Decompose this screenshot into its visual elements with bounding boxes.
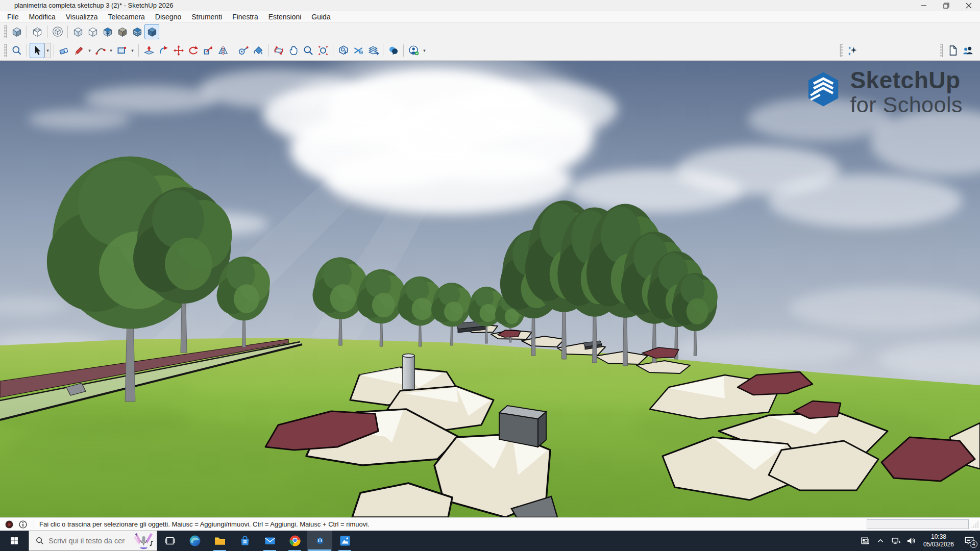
file-explorer-app[interactable] <box>207 531 232 551</box>
task-view-button[interactable] <box>157 531 182 551</box>
zoom-tool-icon[interactable] <box>301 43 315 58</box>
restore-button[interactable] <box>935 0 958 11</box>
toolbar-grip[interactable] <box>840 44 843 57</box>
edge-app[interactable] <box>182 531 207 551</box>
menu-estensioni[interactable]: Estensioni <box>263 11 307 22</box>
share-people-button[interactable] <box>960 43 975 58</box>
menu-guida[interactable]: Guida <box>306 11 335 22</box>
style-wireframe-top-icon[interactable] <box>30 24 44 39</box>
title-bar[interactable]: planimetria completa sketchup 3 (2)* - S… <box>0 0 980 11</box>
rotate-tool-icon[interactable] <box>186 43 201 58</box>
solid-tools-icon[interactable] <box>351 43 365 58</box>
zoom-extents-tool-icon[interactable] <box>315 43 330 58</box>
flip-tool-icon[interactable] <box>215 43 230 58</box>
start-button[interactable] <box>0 531 29 551</box>
menu-finestra[interactable]: Finestra <box>227 11 263 22</box>
toolbar-grip[interactable] <box>4 44 7 57</box>
hidden-icons-chevron[interactable] <box>873 531 888 551</box>
clock-time: 10:38 <box>931 533 946 541</box>
paint-bucket-tool-icon[interactable] <box>251 43 265 58</box>
styles-toolbar <box>0 23 980 40</box>
sketchup-window: planimetria completa sketchup 3 (2)* - S… <box>0 0 980 551</box>
style-back-edges-icon[interactable] <box>100 24 115 39</box>
status-hint: Fai clic o trascina per selezionare gli … <box>39 520 370 528</box>
menu-modifica[interactable]: Modifica <box>24 11 61 22</box>
ai-assistant-button[interactable] <box>845 43 860 58</box>
info-icon[interactable] <box>18 520 28 529</box>
taskbar-search[interactable] <box>29 531 157 551</box>
measurements-input[interactable] <box>867 519 969 529</box>
network-icon[interactable] <box>888 531 903 551</box>
select-tool-dropdown[interactable]: ▾ <box>44 43 51 58</box>
search-highlight-mic-icon[interactable] <box>132 532 155 551</box>
notification-badge: 4 <box>970 540 977 548</box>
eraser-tool-icon[interactable] <box>57 43 71 58</box>
arc-tool-dropdown[interactable]: ▾ <box>108 43 114 58</box>
style-xray-icon[interactable] <box>70 24 85 39</box>
menu-strumenti[interactable]: Strumenti <box>186 11 227 22</box>
photos-app[interactable] <box>332 531 357 551</box>
menu-visualizza[interactable]: Visualizza <box>61 11 103 22</box>
windows-taskbar: 10:38 05/03/2026 4 <box>0 531 980 551</box>
style-monochrome-icon[interactable] <box>115 24 130 39</box>
push-pull-tool-icon[interactable] <box>141 43 156 58</box>
geolocation-icon[interactable] <box>5 520 14 529</box>
sketchup-app-icon <box>3 2 11 10</box>
account-signin-icon[interactable] <box>406 43 421 58</box>
news-widget-icon[interactable] <box>857 531 873 551</box>
rectangle-tool-dropdown[interactable]: ▾ <box>129 43 136 58</box>
style-shaded-icon[interactable] <box>144 24 159 39</box>
taskbar-search-input[interactable] <box>48 537 125 545</box>
model-scene <box>0 61 980 517</box>
status-bar: Fai clic o trascina per selezionare gli … <box>0 517 980 531</box>
style-hidden-line-icon[interactable] <box>85 24 100 39</box>
feedback-chat-icon[interactable] <box>386 43 401 58</box>
move-tool-icon[interactable] <box>171 43 186 58</box>
rectangle-tool-icon[interactable] <box>114 43 129 58</box>
chrome-app[interactable] <box>282 531 307 551</box>
volume-icon[interactable] <box>903 531 919 551</box>
menu-bar: FileModificaVisualizzaTelecameraDisegnoS… <box>0 11 980 23</box>
viewport-3d[interactable]: SketchUp for Schools <box>0 61 980 517</box>
minimize-button[interactable] <box>913 0 935 11</box>
follow-me-tool-icon[interactable] <box>156 43 171 58</box>
clock-date: 05/03/2026 <box>923 541 954 548</box>
notification-center-button[interactable]: 4 <box>959 531 980 551</box>
tape-measure-tool-icon[interactable] <box>236 43 251 58</box>
pan-tool-icon[interactable] <box>286 43 301 58</box>
style-shaded-textures-icon[interactable] <box>130 24 144 39</box>
store-app[interactable] <box>232 531 257 551</box>
close-button[interactable] <box>958 0 980 11</box>
warehouse-tool-icon[interactable] <box>336 43 351 58</box>
line-tool-dropdown[interactable]: ▾ <box>86 43 93 58</box>
taskbar-clock[interactable]: 10:38 05/03/2026 <box>919 531 959 551</box>
new-document-button[interactable] <box>945 43 960 58</box>
select-tool-icon[interactable] <box>30 43 44 58</box>
style-perspective-icon[interactable] <box>50 24 65 39</box>
sketchup-app[interactable] <box>307 531 332 551</box>
layers-export-tool-icon[interactable] <box>365 43 380 58</box>
menu-disegno[interactable]: Disegno <box>150 11 186 22</box>
window-title: planimetria completa sketchup 3 (2)* - S… <box>14 2 173 9</box>
arc-tool-icon[interactable] <box>93 43 108 58</box>
search-tool-icon[interactable] <box>9 43 24 58</box>
menu-file[interactable]: File <box>2 11 24 22</box>
account-signin-dropdown[interactable]: ▾ <box>421 43 428 58</box>
tools-toolbar: ▾▾▾▾▾ <box>0 40 980 61</box>
line-tool-icon[interactable] <box>71 43 86 58</box>
style-iso-view-icon[interactable] <box>9 24 24 39</box>
search-icon <box>35 536 44 545</box>
menu-telecamera[interactable]: Telecamera <box>103 11 150 22</box>
orbit-tool-icon[interactable] <box>271 43 286 58</box>
mail-app[interactable] <box>257 531 282 551</box>
scale-tool-icon[interactable] <box>201 43 215 58</box>
toolbar-grip[interactable] <box>940 44 943 57</box>
toolbar-grip[interactable] <box>4 25 7 38</box>
